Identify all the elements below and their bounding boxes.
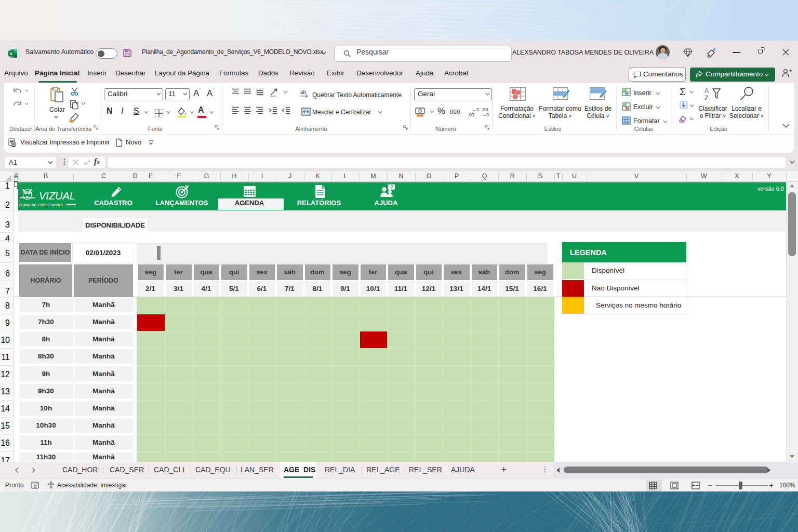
svg-text:ab: ab	[300, 89, 307, 95]
svg-text:Z: Z	[704, 95, 708, 101]
svg-text:.00: .00	[468, 112, 474, 117]
svg-text:PLANILHAS EMPRESARIAIS: PLANILHAS EMPRESARIAIS	[19, 203, 63, 207]
svg-text:x: x	[10, 51, 12, 56]
svg-text:VIZUAL: VIZUAL	[39, 190, 75, 202]
svg-text:?: ?	[390, 184, 393, 190]
svg-text:A: A	[704, 87, 709, 95]
svg-text:←0: ←0	[472, 107, 479, 112]
